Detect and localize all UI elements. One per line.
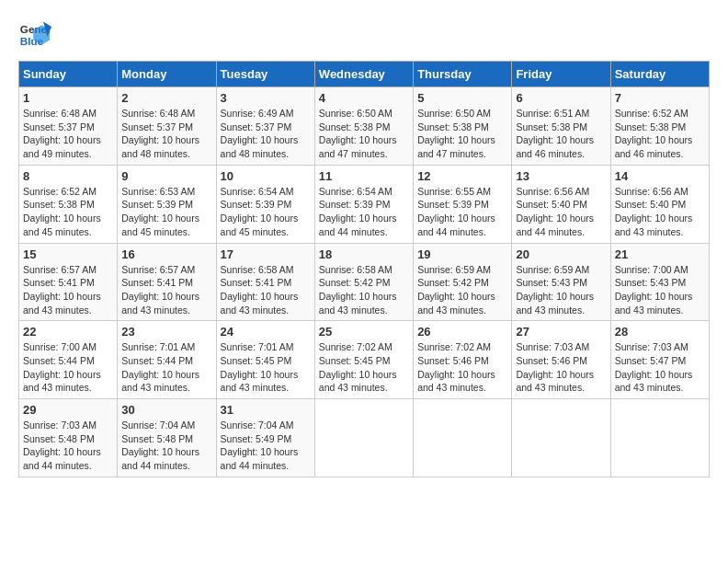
calendar-body: 1Sunrise: 6:48 AMSunset: 5:37 PMDaylight…	[19, 87, 710, 477]
day-number: 7	[615, 91, 705, 105]
day-number: 5	[417, 91, 507, 105]
day-number: 22	[23, 325, 113, 339]
day-cell: 4Sunrise: 6:50 AMSunset: 5:38 PMDaylight…	[314, 87, 413, 166]
week-row-5: 29Sunrise: 7:03 AMSunset: 5:48 PMDayligh…	[19, 399, 710, 477]
week-row-4: 22Sunrise: 7:00 AMSunset: 5:44 PMDayligh…	[19, 321, 710, 399]
calendar-header: SundayMondayTuesdayWednesdayThursdayFrid…	[19, 62, 710, 87]
day-number: 10	[221, 169, 311, 183]
day-cell: 17Sunrise: 6:58 AMSunset: 5:41 PMDayligh…	[216, 243, 314, 321]
day-cell: 29Sunrise: 7:03 AMSunset: 5:48 PMDayligh…	[19, 399, 118, 477]
day-cell: 19Sunrise: 6:59 AMSunset: 5:42 PMDayligh…	[414, 243, 512, 321]
day-cell: 11Sunrise: 6:54 AMSunset: 5:39 PMDayligh…	[314, 165, 413, 243]
day-number: 11	[319, 169, 409, 183]
day-number: 31	[221, 403, 311, 417]
day-cell: 21Sunrise: 7:00 AMSunset: 5:43 PMDayligh…	[610, 243, 709, 321]
day-detail: Sunrise: 7:02 AMSunset: 5:46 PMDaylight:…	[417, 340, 507, 395]
day-detail: Sunrise: 6:50 AMSunset: 5:38 PMDaylight:…	[417, 107, 507, 161]
header-day-saturday: Saturday	[610, 62, 709, 87]
day-cell: 20Sunrise: 6:59 AMSunset: 5:43 PMDayligh…	[512, 243, 610, 321]
day-detail: Sunrise: 6:53 AMSunset: 5:39 PMDaylight:…	[121, 185, 211, 239]
day-cell: 5Sunrise: 6:50 AMSunset: 5:38 PMDaylight…	[414, 87, 512, 166]
header-day-tuesday: Tuesday	[216, 62, 314, 87]
week-row-2: 8Sunrise: 6:52 AMSunset: 5:38 PMDaylight…	[19, 165, 710, 243]
day-detail: Sunrise: 6:48 AMSunset: 5:37 PMDaylight:…	[23, 107, 113, 161]
day-cell: 10Sunrise: 6:54 AMSunset: 5:39 PMDayligh…	[216, 165, 314, 243]
day-cell: 7Sunrise: 6:52 AMSunset: 5:38 PMDaylight…	[610, 87, 709, 166]
day-cell: 18Sunrise: 6:58 AMSunset: 5:42 PMDayligh…	[314, 243, 413, 321]
day-number: 17	[221, 247, 311, 261]
day-cell: 2Sunrise: 6:48 AMSunset: 5:37 PMDaylight…	[118, 87, 216, 166]
day-detail: Sunrise: 6:50 AMSunset: 5:38 PMDaylight:…	[319, 107, 409, 161]
day-number: 21	[615, 247, 705, 261]
day-detail: Sunrise: 7:03 AMSunset: 5:48 PMDaylight:…	[23, 419, 113, 473]
day-detail: Sunrise: 7:03 AMSunset: 5:46 PMDaylight:…	[516, 340, 606, 395]
day-number: 16	[121, 247, 211, 261]
day-cell: 30Sunrise: 7:04 AMSunset: 5:48 PMDayligh…	[118, 399, 216, 477]
day-number: 4	[319, 91, 409, 105]
day-number: 13	[516, 169, 606, 183]
day-detail: Sunrise: 6:54 AMSunset: 5:39 PMDaylight:…	[319, 185, 409, 239]
logo-icon: General Blue	[18, 18, 51, 52]
day-cell: 28Sunrise: 7:03 AMSunset: 5:47 PMDayligh…	[610, 321, 709, 399]
day-detail: Sunrise: 6:59 AMSunset: 5:42 PMDaylight:…	[417, 263, 507, 317]
day-cell: 26Sunrise: 7:02 AMSunset: 5:46 PMDayligh…	[414, 321, 512, 399]
header-row: SundayMondayTuesdayWednesdayThursdayFrid…	[19, 62, 710, 87]
header-day-wednesday: Wednesday	[314, 62, 413, 87]
header-day-thursday: Thursday	[414, 62, 512, 87]
day-number: 3	[221, 91, 311, 105]
day-cell: 23Sunrise: 7:01 AMSunset: 5:44 PMDayligh…	[118, 321, 216, 399]
day-cell: 13Sunrise: 6:56 AMSunset: 5:40 PMDayligh…	[512, 165, 610, 243]
day-cell: 6Sunrise: 6:51 AMSunset: 5:38 PMDaylight…	[512, 87, 610, 166]
day-detail: Sunrise: 6:59 AMSunset: 5:43 PMDaylight:…	[516, 263, 606, 317]
day-cell: 3Sunrise: 6:49 AMSunset: 5:37 PMDaylight…	[216, 87, 314, 166]
header-day-friday: Friday	[512, 62, 610, 87]
day-number: 20	[516, 247, 606, 261]
day-number: 12	[417, 169, 507, 183]
day-cell: 8Sunrise: 6:52 AMSunset: 5:38 PMDaylight…	[19, 165, 118, 243]
day-detail: Sunrise: 6:52 AMSunset: 5:38 PMDaylight:…	[23, 185, 113, 239]
day-cell: 12Sunrise: 6:55 AMSunset: 5:39 PMDayligh…	[414, 165, 512, 243]
day-number: 8	[23, 169, 113, 183]
day-cell: 22Sunrise: 7:00 AMSunset: 5:44 PMDayligh…	[19, 321, 118, 399]
day-detail: Sunrise: 6:48 AMSunset: 5:37 PMDaylight:…	[121, 107, 211, 161]
day-cell: 27Sunrise: 7:03 AMSunset: 5:46 PMDayligh…	[512, 321, 610, 399]
day-detail: Sunrise: 7:01 AMSunset: 5:44 PMDaylight:…	[121, 340, 211, 395]
day-number: 14	[615, 169, 705, 183]
day-detail: Sunrise: 6:57 AMSunset: 5:41 PMDaylight:…	[121, 263, 211, 317]
day-detail: Sunrise: 7:04 AMSunset: 5:48 PMDaylight:…	[121, 419, 211, 473]
day-number: 6	[516, 91, 606, 105]
day-detail: Sunrise: 6:55 AMSunset: 5:39 PMDaylight:…	[417, 185, 507, 239]
day-detail: Sunrise: 6:52 AMSunset: 5:38 PMDaylight:…	[615, 107, 705, 161]
day-number: 18	[319, 247, 409, 261]
day-number: 9	[121, 169, 211, 183]
day-number: 29	[23, 403, 113, 417]
day-detail: Sunrise: 7:02 AMSunset: 5:45 PMDaylight:…	[319, 340, 409, 395]
day-number: 15	[23, 247, 113, 261]
calendar-table: SundayMondayTuesdayWednesdayThursdayFrid…	[18, 61, 710, 477]
day-detail: Sunrise: 6:56 AMSunset: 5:40 PMDaylight:…	[615, 185, 705, 239]
day-cell	[512, 399, 610, 477]
day-detail: Sunrise: 6:58 AMSunset: 5:41 PMDaylight:…	[221, 263, 311, 317]
day-cell: 25Sunrise: 7:02 AMSunset: 5:45 PMDayligh…	[314, 321, 413, 399]
day-detail: Sunrise: 6:58 AMSunset: 5:42 PMDaylight:…	[319, 263, 409, 317]
day-detail: Sunrise: 6:57 AMSunset: 5:41 PMDaylight:…	[23, 263, 113, 317]
day-cell	[314, 399, 413, 477]
week-row-1: 1Sunrise: 6:48 AMSunset: 5:37 PMDaylight…	[19, 87, 710, 166]
day-number: 24	[221, 325, 311, 339]
day-detail: Sunrise: 6:49 AMSunset: 5:37 PMDaylight:…	[221, 107, 311, 161]
header-day-sunday: Sunday	[19, 62, 118, 87]
week-row-3: 15Sunrise: 6:57 AMSunset: 5:41 PMDayligh…	[19, 243, 710, 321]
day-cell: 15Sunrise: 6:57 AMSunset: 5:41 PMDayligh…	[19, 243, 118, 321]
day-cell: 16Sunrise: 6:57 AMSunset: 5:41 PMDayligh…	[118, 243, 216, 321]
day-number: 25	[319, 325, 409, 339]
logo: General Blue	[18, 18, 55, 52]
day-number: 28	[615, 325, 705, 339]
day-detail: Sunrise: 7:04 AMSunset: 5:49 PMDaylight:…	[221, 419, 311, 473]
day-number: 1	[23, 91, 113, 105]
day-number: 27	[516, 325, 606, 339]
day-cell: 14Sunrise: 6:56 AMSunset: 5:40 PMDayligh…	[610, 165, 709, 243]
day-number: 19	[417, 247, 507, 261]
day-detail: Sunrise: 7:00 AMSunset: 5:43 PMDaylight:…	[615, 263, 705, 317]
day-cell: 9Sunrise: 6:53 AMSunset: 5:39 PMDaylight…	[118, 165, 216, 243]
day-number: 23	[121, 325, 211, 339]
